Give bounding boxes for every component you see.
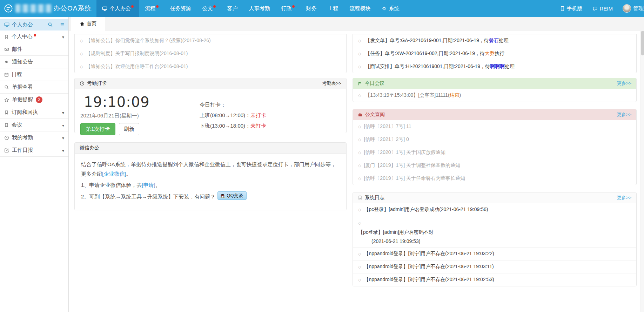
sidebar-item-my-attendance[interactable]: 我的考勤 [0,131,68,144]
avatar [623,4,631,13]
log-item-line2: (2021-06-21 19:09:53) [358,237,631,246]
enterprise-wechat-link[interactable]: [企业微信] [102,171,126,177]
shift2-status: 下班(13:00→18:00)：未打卡 [200,123,266,129]
nav-item-hr-attendance[interactable]: 人事考勤 [243,0,275,17]
nav-label: 任务资源 [170,5,191,12]
sidebar-item-doc-view[interactable]: 单据查看 [0,81,68,94]
wechat-title: 微信办公 [80,145,99,151]
sidebar-item-work-report[interactable]: 工作日报 [0,144,68,157]
wechat-step2: 2、可到【系统→系统工具→升级系统】下安装，有问题？QQ交谈 [81,191,340,201]
nav-label: 公文 [202,5,213,12]
shift1-status: 上班(08:00→12:00)：未打卡 [200,112,266,119]
log-item[interactable]: 【nppandroid登录】[刘宁]用户不存在(2021-06-21 19:02… [353,273,636,286]
scrollbar-thumb[interactable] [641,31,644,55]
punch-in-button[interactable]: 第1次打卡 [80,123,115,135]
chevron-down-icon [62,147,64,153]
sidebar-item-subscriptions[interactable]: 订阅和回执 [0,106,68,119]
notification-dot [156,5,159,8]
chat-bubble-icon [592,6,598,11]
nav-item-personal-office[interactable]: 个人办公 [96,0,139,17]
checkin-body: 19:10:09 2021年06月21日(星期一) 第1次打卡 刷新 今日打卡：… [75,89,346,133]
announcement-item[interactable]: 【规则制度】关于写日报制度说明(2016-08-01) [75,47,346,60]
doc-item[interactable]: [信呼〔2019〕1号] 关于任命磐石为董事长通知 [353,172,636,185]
bookmark-icon [4,110,9,115]
nav-label: 行政 [281,5,291,12]
bookmark-icon [358,195,362,200]
sidebar-item-personal-center[interactable]: 个人中心 [0,30,68,43]
chevron-down-icon [62,122,64,128]
nav-item-official-doc[interactable]: 公文 [196,0,221,17]
docs-more-link[interactable]: 更多>> [617,111,631,118]
nav-item-workflow[interactable]: 流程 [139,0,164,17]
notification-dot [34,34,36,36]
mobile-version-button[interactable]: 手机版 [560,5,583,12]
main-content: 【通知公告】你们觉得这个系统如何？(投票)(2017-08-26) 【规则制度】… [69,31,644,312]
announcement-item[interactable]: 【通知公告】欢迎使用信呼工作台(2016-08-01) [75,60,346,73]
todo-item[interactable]: 【发文单】单号:GA-20210619-001,日期:2021-06-19，待磐… [353,34,636,47]
qq-chat-button[interactable]: QQ交谈 [217,191,246,200]
log-item[interactable]: 【nppandroid登录】[刘宁]用户不存在(2021-06-21 19:03… [353,260,636,273]
log-item[interactable]: 【nppandroid登录】[刘宁]用户不存在(2021-06-21 19:03… [353,247,636,260]
refresh-button[interactable]: 刷新 [119,123,139,135]
todo-item[interactable]: 【面试安排】单号:HI-20210619001,日期:2021-06-19，待啊… [353,60,636,73]
current-time: 19:10:09 [80,94,200,110]
user-menu[interactable]: 管理员 [623,4,644,13]
sidebar-item-label: 邮件 [12,46,22,53]
apply-link[interactable]: [申请] [142,182,155,188]
monitor-icon [102,6,107,11]
main-menu: 个人办公 流程 任务资源 公文 客户 人事考勤 行政 财务 工程 [96,0,405,17]
doc-item[interactable]: [信呼〔2020〕1号] 关于国庆放假通知 [353,146,636,159]
sidebar-title: 个人办公 [12,21,33,28]
nav-label: 系统 [389,5,399,12]
nav-label: 个人办公 [109,5,130,12]
nav-item-system[interactable]: 系统 [376,0,405,17]
doc-item[interactable]: [信呼〔2021〕7号] 11 [353,120,636,133]
tab-home[interactable]: 首页 [71,17,105,31]
reim-button[interactable]: REIM [592,6,613,12]
nav-item-customer[interactable]: 客户 [221,0,243,17]
sidebar-item-doc-reminder[interactable]: 单据提醒 2 [0,94,68,106]
sidebar-item-label: 个人中心 [12,33,33,40]
meeting-more-link[interactable]: 更多>> [617,80,631,87]
announcement-item[interactable]: 【通知公告】你们觉得这个系统如何？(投票)(2017-08-26) [75,34,346,47]
sidebar-item-mail[interactable]: 邮件 [0,43,68,56]
checkin-panel: 考勤打卡 考勤表>> 19:10:09 2021年06月21日(星期一) 第1次… [74,78,347,133]
nav-item-finance[interactable]: 财务 [300,0,322,17]
syslog-more-link[interactable]: 更多>> [617,195,631,201]
nav-item-flow-module[interactable]: 流程模块 [344,0,376,17]
app-logo-icon [4,4,13,13]
checkin-status: 今日打卡： 上班(08:00→12:00)：未打卡 下班(13:00→18:00… [200,93,266,127]
brand[interactable]: 办公OA系统 [0,4,92,13]
nav-item-administration[interactable]: 行政 [275,0,300,17]
chevron-down-icon [62,135,64,141]
meeting-item[interactable]: 【13:43:19至15:43:00】[会客室]11111(结束) [353,89,636,102]
sidebar-item-label: 通知公告 [12,59,33,65]
menu-toggle-icon[interactable] [60,21,64,28]
nav-label: 流程模块 [349,5,370,12]
speaker-icon [4,60,9,64]
meeting-panel-header: 今日会议 更多>> [353,78,636,89]
sidebar-item-announcements[interactable]: 通知公告 [0,56,68,68]
sidebar-item-schedule[interactable]: 日程 [0,68,68,81]
sidebar-item-label: 单据提醒 [12,96,33,103]
syslog-panel: 系统日志 更多>> 【pc登录】[admin]用户名登录成功(2021-06-2… [353,192,637,286]
todo-item[interactable]: 【任务】单号:XW-20210619-002,日期:2021-06-19，待大乔… [353,47,636,60]
sidebar-item-meetings[interactable]: 会议 [0,119,68,131]
sidebar-header: 个人办公 [0,19,68,30]
home-icon [80,21,85,26]
nav-item-task-resource[interactable]: 任务资源 [164,0,196,17]
navbar-right: 手机版 REIM 管理员 [560,4,644,13]
bookmark-icon [4,123,9,128]
search-icon[interactable] [48,22,53,27]
log-item[interactable]: 【pc登录】[admin]用户名密码不对 (2021-06-21 19:09:5… [353,216,636,247]
wechat-panel-header: 微信办公 [75,143,346,154]
doc-item[interactable]: [厦门【2019】1号] 关于调整社保基数的通知 [353,159,636,172]
attendance-sheet-link[interactable]: 考勤表>> [322,80,341,87]
nav-item-engineering[interactable]: 工程 [322,0,344,17]
notification-dot [213,5,216,8]
blurred-logo [15,4,52,13]
flag-icon [358,81,362,86]
qq-chat-label: QQ交谈 [227,192,243,199]
doc-item[interactable]: [信呼〔2021〕2号] 0 [353,133,636,146]
log-item[interactable]: 【pc登录】[admin]用户名登录成功(2021-06-21 19:09:56… [353,203,636,216]
